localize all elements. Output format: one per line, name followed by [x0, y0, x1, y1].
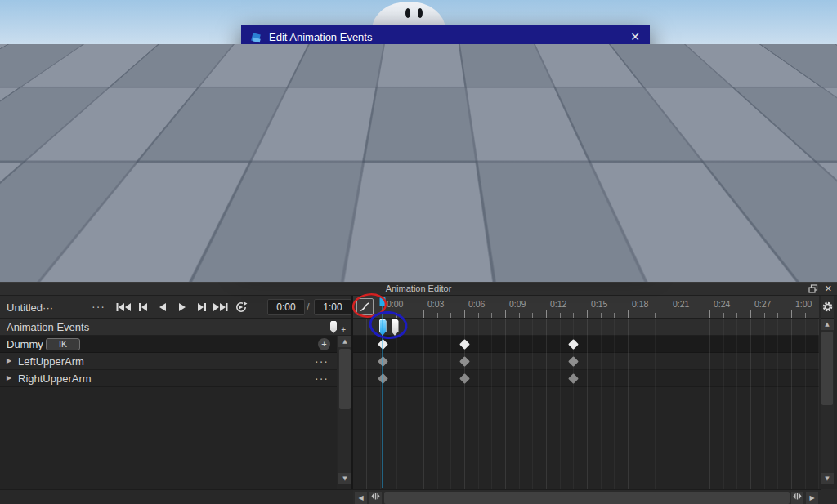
ruler-tick: [750, 310, 751, 318]
panel-close-icon[interactable]: ✕: [825, 283, 832, 294]
curve-editor-button[interactable]: [356, 298, 374, 315]
float-window-icon[interactable]: [808, 284, 818, 293]
cancel-button[interactable]: Cancel: [418, 221, 513, 245]
skip-to-start-button[interactable]: [114, 299, 132, 315]
track-row-dummy[interactable]: Dummy IK +: [0, 336, 337, 353]
dialog-titlebar[interactable]: Edit Animation Events ✕: [241, 25, 650, 49]
ruler-tick-label: 0:06: [468, 299, 485, 309]
tracklist-scrollbar[interactable]: ▲ ▼: [338, 336, 351, 484]
ruler-tick: [614, 313, 615, 318]
animation-editor-panel: Animation Editor ✕ Untitled··· ···: [0, 282, 837, 504]
keyframe-diamond[interactable]: [378, 339, 388, 350]
keyframe-diamond[interactable]: [568, 373, 579, 384]
scrollbar-thumb[interactable]: [821, 332, 833, 405]
track-options-button[interactable]: ···: [315, 372, 329, 385]
ruler-tick: [655, 313, 656, 318]
ruler-tick: [450, 313, 451, 318]
scroll-left-icon[interactable]: ◀: [355, 492, 367, 504]
ruler-tick: [560, 313, 561, 318]
expand-arrow-icon[interactable]: ▶: [7, 357, 11, 364]
timeline-hscrollbar[interactable]: ◀ ▶: [0, 489, 837, 504]
dialog-divider: [262, 130, 629, 131]
parameter-input[interactable]: PARAMETER: [450, 89, 604, 104]
track-label: Dummy: [7, 338, 43, 350]
ruler-tick: [805, 313, 806, 318]
timeline-scrollbar[interactable]: ▲ ▼: [821, 319, 834, 484]
keyframe-diamond[interactable]: [459, 373, 470, 384]
previous-keyframe-button[interactable]: [134, 299, 152, 315]
zoom-handle-right[interactable]: [791, 492, 803, 504]
event-options-button[interactable]: ···: [415, 88, 436, 101]
scrollbar-thumb[interactable]: [339, 349, 351, 409]
dialog-body: Event Name Parameter × EVENT ··· PARAMET…: [241, 49, 650, 265]
row-divider: [442, 87, 444, 105]
parameter-label: Parameter: [452, 72, 502, 84]
add-track-button[interactable]: +: [318, 338, 330, 350]
keyframe-diamond[interactable]: [568, 339, 579, 350]
keyframe-layer: [353, 319, 819, 489]
panel-title: Animation Editor: [386, 283, 452, 293]
ruler-tick-label: 0:27: [754, 299, 771, 309]
save-button[interactable]: Save: [533, 221, 629, 245]
keyframe-diamond[interactable]: [568, 356, 579, 367]
dummy-right-eye: [418, 8, 423, 18]
expand-arrow-icon[interactable]: ▶: [7, 374, 11, 381]
add-event-label: Add Event: [274, 113, 323, 125]
track-row-leftupperarm[interactable]: ▶ LeftUpperArm ···: [0, 353, 337, 370]
ruler-tick-label: 0:12: [550, 299, 566, 309]
dialog-title: Edit Animation Events: [269, 31, 372, 43]
next-keyframe-button[interactable]: [193, 299, 211, 315]
event-name-value[interactable]: EVENT: [282, 90, 319, 102]
ruler-tick: [791, 310, 792, 318]
track-options-button[interactable]: ···: [315, 355, 329, 368]
tooltip-line-2: StudioTweaks: [11, 243, 127, 256]
ruler-tick: [683, 313, 683, 318]
event-row: × EVENT ··· PARAMETER: [262, 86, 629, 106]
clip-menu-button[interactable]: ···: [92, 300, 105, 313]
scroll-up-icon[interactable]: ▲: [821, 319, 834, 330]
scrollbar-corner: [821, 489, 837, 504]
clip-name[interactable]: Untitled···: [7, 301, 53, 314]
edit-animation-events-dialog: Edit Animation Events ✕ Event Name Param…: [241, 25, 650, 265]
skip-to-end-button[interactable]: [212, 299, 230, 315]
toggle-loop-button[interactable]: [232, 299, 250, 315]
ruler-tick: [546, 310, 547, 318]
keyframe-diamond[interactable]: [378, 373, 388, 384]
ruler-tick: [505, 310, 506, 318]
ruler-tick: [696, 313, 696, 318]
ik-button[interactable]: IK: [46, 338, 80, 350]
animation-event-marker[interactable]: [379, 319, 387, 336]
timeline-ruler[interactable]: 0:000:030:060:090:120:150:180:210:240:27…: [353, 296, 819, 319]
current-time-field[interactable]: 0:00: [267, 299, 305, 315]
scroll-up-icon[interactable]: ▲: [338, 336, 351, 347]
ruler-tick-label: 0:15: [591, 299, 607, 309]
add-event-marker-icon[interactable]: +: [341, 325, 346, 334]
remove-event-icon[interactable]: ×: [268, 90, 275, 102]
gear-icon[interactable]: [822, 301, 833, 312]
track-label: Animation Events: [7, 321, 89, 333]
scroll-right-icon[interactable]: ▶: [806, 492, 818, 504]
track-row-rightupperarm[interactable]: ▶ RightUpperArm ···: [0, 370, 337, 387]
track-list-empty-area: [0, 387, 337, 489]
zoom-handle-left[interactable]: [369, 492, 382, 504]
panel-header[interactable]: Animation Editor ✕: [0, 283, 837, 296]
total-time-field[interactable]: 1:00: [314, 299, 351, 315]
keyframe-diamond[interactable]: [378, 356, 388, 367]
timeline-settings-cell[interactable]: [821, 296, 834, 319]
add-event-button[interactable]: +Add Event: [262, 113, 323, 125]
keyframe-diamond[interactable]: [459, 356, 470, 367]
ruler-tick: [410, 313, 410, 318]
scroll-down-icon[interactable]: ▼: [821, 473, 834, 484]
keyframe-diamond[interactable]: [459, 339, 470, 350]
tooltip-line-3: settings: [11, 256, 127, 270]
ruler-tick: [491, 313, 492, 318]
track-row-animation-events[interactable]: Animation Events +: [0, 319, 351, 336]
ruler-tick: [601, 313, 602, 318]
animation-event-marker[interactable]: [392, 319, 399, 336]
play-button[interactable]: [173, 299, 191, 315]
ruler-tick: [709, 310, 710, 318]
hscrollbar-thumb[interactable]: [384, 492, 790, 504]
scroll-down-icon[interactable]: ▼: [338, 473, 351, 484]
play-reverse-button[interactable]: [154, 299, 172, 315]
dialog-close-icon[interactable]: ✕: [630, 25, 640, 49]
